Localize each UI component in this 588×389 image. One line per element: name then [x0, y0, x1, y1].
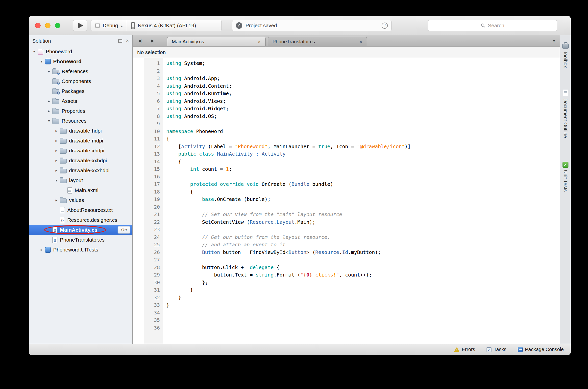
tab-overflow-dropdown[interactable] [552, 39, 556, 43]
tree-item-layout[interactable]: ▾layout [29, 175, 132, 185]
code-line: 29 button.Text = string.Format ("{0} cli… [133, 271, 560, 279]
tree-item-label: AboutResources.txt [67, 207, 112, 213]
tree-item-drawable-xxhdpi[interactable]: ▸drawable-xxhdpi [29, 156, 132, 165]
tree-item-label: drawable-hdpi [69, 128, 102, 134]
tree-item-phoneword[interactable]: ▾Phoneword [29, 47, 132, 57]
code-line: 22 SetContentView (Resource.Layout.Main)… [133, 218, 560, 226]
tree-item-drawable-hdpi[interactable]: ▸drawable-hdpi [29, 126, 132, 136]
folder-icon [60, 149, 67, 154]
tab-phonetranslator-cs[interactable]: PhoneTranslator.cs× [268, 37, 367, 46]
statusbar-item-package-console[interactable]: Package Console [518, 347, 564, 352]
tree-item-packages[interactable]: ⚙Packages [29, 86, 132, 96]
minimize-window-button[interactable] [45, 23, 51, 28]
tree-item-properties[interactable]: ▸Properties [29, 106, 132, 116]
run-button[interactable] [73, 20, 87, 31]
code-line: 32 } [133, 294, 560, 301]
navigate-back-button[interactable] [138, 38, 141, 43]
tab-close-icon[interactable]: × [359, 39, 362, 44]
tree-item-values[interactable]: ▸values [29, 195, 132, 205]
line-number: 10 [133, 128, 163, 135]
code-editor[interactable]: 1using System;23using Android.App;4using… [133, 58, 560, 344]
tree-item-drawable-xhdpi[interactable]: ▸drawable-xhdpi [29, 146, 132, 156]
status-bar: !Errors✓TasksPackage Console [29, 344, 571, 355]
tree-item-label: values [69, 197, 84, 203]
line-number: 2 [133, 67, 163, 75]
line-number: 18 [133, 188, 163, 196]
line-number: 9 [133, 120, 163, 128]
line-number: 23 [133, 226, 163, 233]
code-text: namespace Phoneword [163, 128, 223, 135]
tree-item-resources[interactable]: ▾Resources [29, 116, 132, 126]
tree-item-phoneword[interactable]: ▾Phoneword [29, 57, 132, 66]
tree-item-label: layout [69, 177, 83, 183]
configuration-dropdown[interactable]: Debug [91, 20, 127, 31]
line-number: 28 [133, 264, 163, 271]
line-number: 36 [133, 324, 163, 332]
item-options-button[interactable]: ⚙▾ [117, 226, 130, 234]
solution-pad-header: Solution [29, 35, 132, 47]
tree-collapsed-arrow-icon[interactable]: ▸ [38, 248, 45, 252]
gear-icon: ⚙ [121, 228, 125, 232]
close-pad-icon[interactable] [126, 38, 129, 44]
tree-collapsed-arrow-icon[interactable]: ▸ [53, 129, 60, 133]
caret-down-icon: ▾ [125, 228, 127, 231]
tree-expanded-arrow-icon[interactable]: ▾ [53, 178, 60, 183]
tree-collapsed-arrow-icon[interactable]: ▸ [53, 158, 60, 163]
tree-item-phoneword-uitests[interactable]: ▸Phoneword.UITests [29, 245, 132, 255]
tree-item-mainactivity-cs[interactable]: {}MainActivity.cs⚙▾ [29, 225, 132, 235]
tree-item-components[interactable]: ⚙Components [29, 76, 132, 86]
dock-tab-toolbox[interactable]: Toolbox [562, 42, 569, 68]
folder-icon [60, 129, 67, 134]
line-number: 21 [133, 211, 163, 218]
main-content: Solution ▾Phoneword▾Phoneword▸⚙Reference… [29, 35, 571, 344]
code-text: // Get our button from the layout resour… [163, 233, 330, 241]
tree-collapsed-arrow-icon[interactable]: ▸ [53, 148, 60, 153]
code-text: base.OnCreate (bundle); [163, 195, 271, 203]
project-icon [45, 59, 51, 65]
search-input[interactable]: Search [428, 20, 557, 31]
code-text: } [163, 286, 193, 294]
configuration-label: Debug [103, 23, 118, 29]
tree-item-drawable-xxxhdpi[interactable]: ▸drawable-xxxhdpi [29, 165, 132, 175]
zoom-window-button[interactable] [55, 23, 60, 28]
statusbar-item-tasks[interactable]: ✓Tasks [487, 347, 506, 352]
tree-item-resource-designer-cs[interactable]: {}Resource.designer.cs [29, 215, 132, 225]
code-text: }; [163, 279, 208, 287]
code-text [163, 226, 166, 233]
dock-pad-icon[interactable] [118, 39, 122, 43]
tree-collapsed-arrow-icon[interactable]: ▸ [53, 198, 60, 202]
tree-collapsed-arrow-icon[interactable]: ▸ [46, 69, 53, 74]
tree-item-assets[interactable]: ▸Assets [29, 96, 132, 106]
tree-expanded-arrow-icon[interactable]: ▾ [31, 49, 38, 54]
tree-item-label: References [62, 68, 88, 74]
statusbar-item-errors[interactable]: !Errors [454, 347, 475, 352]
tree-collapsed-arrow-icon[interactable]: ▸ [53, 138, 60, 143]
file-icon [60, 207, 65, 213]
device-dropdown[interactable]: Nexus 4 (KitKat) (API 19) [127, 20, 222, 31]
navigate-forward-button[interactable] [151, 38, 154, 43]
tab-close-icon[interactable]: × [258, 39, 261, 44]
folder-gear-icon: ⚙ [53, 90, 59, 94]
tree-item-main-axml[interactable]: Main.axml [29, 185, 132, 195]
tree-collapsed-arrow-icon[interactable]: ▸ [53, 168, 60, 173]
dock-tab-unit-tests[interactable]: ✓Unit Tests [562, 162, 568, 192]
status-check-icon [236, 22, 242, 29]
tree-expanded-arrow-icon[interactable]: ▾ [46, 119, 53, 123]
close-window-button[interactable] [35, 23, 41, 28]
code-line: 13 public class MainActivity : Activity [133, 150, 560, 158]
tree-item-references[interactable]: ▸⚙References [29, 66, 132, 76]
tree-collapsed-arrow-icon[interactable]: ▸ [46, 99, 53, 103]
tab-mainactivity-cs[interactable]: MainActivity.cs× [167, 37, 266, 46]
tree-item-drawable-mdpi[interactable]: ▸drawable-mdpi [29, 136, 132, 146]
tree-item-aboutresources-txt[interactable]: AboutResources.txt [29, 205, 132, 215]
tree-item-label: Resource.designer.cs [67, 217, 117, 223]
code-line: 30 }; [133, 279, 560, 287]
tree-item-phonetranslator-cs[interactable]: {}PhoneTranslator.cs [29, 235, 132, 245]
dock-tab-document-outline[interactable]: Document Outline [562, 90, 568, 138]
info-icon[interactable] [382, 23, 388, 29]
code-text: using Android.OS; [163, 112, 217, 120]
code-text [163, 120, 166, 128]
code-line: 18 { [133, 188, 560, 196]
tree-expanded-arrow-icon[interactable]: ▾ [38, 59, 45, 64]
tree-collapsed-arrow-icon[interactable]: ▸ [46, 109, 53, 113]
